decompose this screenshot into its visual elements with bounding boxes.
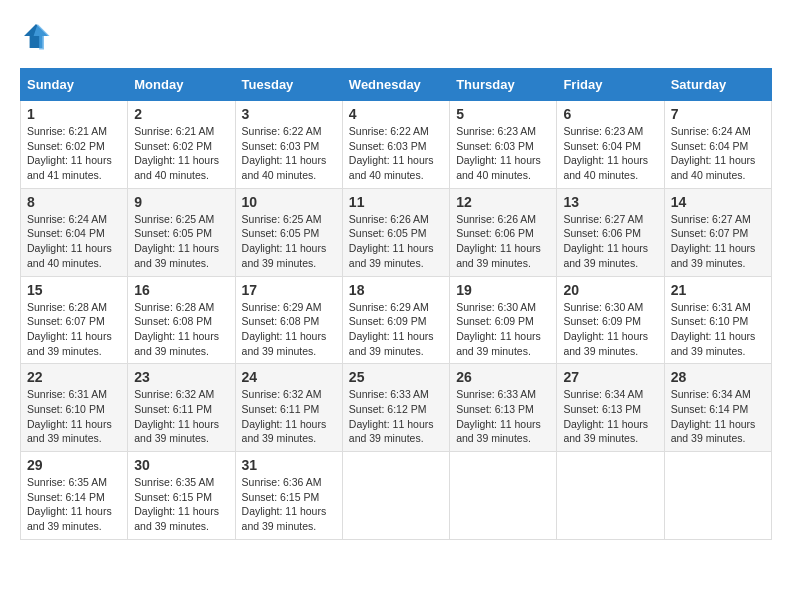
day-number: 14: [671, 194, 765, 210]
calendar-body: 1 Sunrise: 6:21 AMSunset: 6:02 PMDayligh…: [21, 101, 772, 540]
day-detail: Sunrise: 6:33 AMSunset: 6:13 PMDaylight:…: [456, 388, 541, 444]
day-number: 24: [242, 369, 336, 385]
day-number: 22: [27, 369, 121, 385]
day-number: 16: [134, 282, 228, 298]
day-cell-28: 28 Sunrise: 6:34 AMSunset: 6:14 PMDaylig…: [664, 364, 771, 452]
day-detail: Sunrise: 6:23 AMSunset: 6:03 PMDaylight:…: [456, 125, 541, 181]
week-row-1: 1 Sunrise: 6:21 AMSunset: 6:02 PMDayligh…: [21, 101, 772, 189]
week-row-5: 29 Sunrise: 6:35 AMSunset: 6:14 PMDaylig…: [21, 452, 772, 540]
day-cell-23: 23 Sunrise: 6:32 AMSunset: 6:11 PMDaylig…: [128, 364, 235, 452]
day-cell-2: 2 Sunrise: 6:21 AMSunset: 6:02 PMDayligh…: [128, 101, 235, 189]
day-cell-14: 14 Sunrise: 6:27 AMSunset: 6:07 PMDaylig…: [664, 188, 771, 276]
day-detail: Sunrise: 6:32 AMSunset: 6:11 PMDaylight:…: [134, 388, 219, 444]
empty-cell: [664, 452, 771, 540]
day-number: 27: [563, 369, 657, 385]
day-cell-8: 8 Sunrise: 6:24 AMSunset: 6:04 PMDayligh…: [21, 188, 128, 276]
day-number: 31: [242, 457, 336, 473]
day-detail: Sunrise: 6:31 AMSunset: 6:10 PMDaylight:…: [671, 301, 756, 357]
day-cell-12: 12 Sunrise: 6:26 AMSunset: 6:06 PMDaylig…: [450, 188, 557, 276]
header-row: SundayMondayTuesdayWednesdayThursdayFrid…: [21, 69, 772, 101]
day-cell-16: 16 Sunrise: 6:28 AMSunset: 6:08 PMDaylig…: [128, 276, 235, 364]
day-detail: Sunrise: 6:26 AMSunset: 6:05 PMDaylight:…: [349, 213, 434, 269]
week-row-3: 15 Sunrise: 6:28 AMSunset: 6:07 PMDaylig…: [21, 276, 772, 364]
day-detail: Sunrise: 6:24 AMSunset: 6:04 PMDaylight:…: [27, 213, 112, 269]
day-cell-29: 29 Sunrise: 6:35 AMSunset: 6:14 PMDaylig…: [21, 452, 128, 540]
day-detail: Sunrise: 6:26 AMSunset: 6:06 PMDaylight:…: [456, 213, 541, 269]
day-number: 7: [671, 106, 765, 122]
column-header-saturday: Saturday: [664, 69, 771, 101]
day-cell-6: 6 Sunrise: 6:23 AMSunset: 6:04 PMDayligh…: [557, 101, 664, 189]
column-header-wednesday: Wednesday: [342, 69, 449, 101]
day-cell-20: 20 Sunrise: 6:30 AMSunset: 6:09 PMDaylig…: [557, 276, 664, 364]
day-cell-27: 27 Sunrise: 6:34 AMSunset: 6:13 PMDaylig…: [557, 364, 664, 452]
day-number: 8: [27, 194, 121, 210]
calendar-table: SundayMondayTuesdayWednesdayThursdayFrid…: [20, 68, 772, 540]
day-detail: Sunrise: 6:34 AMSunset: 6:13 PMDaylight:…: [563, 388, 648, 444]
day-cell-26: 26 Sunrise: 6:33 AMSunset: 6:13 PMDaylig…: [450, 364, 557, 452]
day-number: 6: [563, 106, 657, 122]
day-detail: Sunrise: 6:27 AMSunset: 6:07 PMDaylight:…: [671, 213, 756, 269]
column-header-thursday: Thursday: [450, 69, 557, 101]
day-detail: Sunrise: 6:31 AMSunset: 6:10 PMDaylight:…: [27, 388, 112, 444]
day-number: 1: [27, 106, 121, 122]
day-detail: Sunrise: 6:32 AMSunset: 6:11 PMDaylight:…: [242, 388, 327, 444]
day-detail: Sunrise: 6:22 AMSunset: 6:03 PMDaylight:…: [242, 125, 327, 181]
day-detail: Sunrise: 6:25 AMSunset: 6:05 PMDaylight:…: [134, 213, 219, 269]
day-detail: Sunrise: 6:30 AMSunset: 6:09 PMDaylight:…: [456, 301, 541, 357]
day-number: 28: [671, 369, 765, 385]
calendar-header: SundayMondayTuesdayWednesdayThursdayFrid…: [21, 69, 772, 101]
day-cell-1: 1 Sunrise: 6:21 AMSunset: 6:02 PMDayligh…: [21, 101, 128, 189]
day-detail: Sunrise: 6:29 AMSunset: 6:09 PMDaylight:…: [349, 301, 434, 357]
column-header-monday: Monday: [128, 69, 235, 101]
day-number: 21: [671, 282, 765, 298]
day-number: 30: [134, 457, 228, 473]
day-number: 11: [349, 194, 443, 210]
day-cell-15: 15 Sunrise: 6:28 AMSunset: 6:07 PMDaylig…: [21, 276, 128, 364]
week-row-4: 22 Sunrise: 6:31 AMSunset: 6:10 PMDaylig…: [21, 364, 772, 452]
day-number: 10: [242, 194, 336, 210]
day-cell-24: 24 Sunrise: 6:32 AMSunset: 6:11 PMDaylig…: [235, 364, 342, 452]
day-detail: Sunrise: 6:21 AMSunset: 6:02 PMDaylight:…: [134, 125, 219, 181]
page-header: [20, 20, 772, 52]
day-detail: Sunrise: 6:36 AMSunset: 6:15 PMDaylight:…: [242, 476, 327, 532]
column-header-tuesday: Tuesday: [235, 69, 342, 101]
day-number: 2: [134, 106, 228, 122]
day-number: 13: [563, 194, 657, 210]
day-cell-30: 30 Sunrise: 6:35 AMSunset: 6:15 PMDaylig…: [128, 452, 235, 540]
day-cell-18: 18 Sunrise: 6:29 AMSunset: 6:09 PMDaylig…: [342, 276, 449, 364]
empty-cell: [342, 452, 449, 540]
day-number: 18: [349, 282, 443, 298]
day-number: 12: [456, 194, 550, 210]
day-cell-22: 22 Sunrise: 6:31 AMSunset: 6:10 PMDaylig…: [21, 364, 128, 452]
day-detail: Sunrise: 6:35 AMSunset: 6:15 PMDaylight:…: [134, 476, 219, 532]
week-row-2: 8 Sunrise: 6:24 AMSunset: 6:04 PMDayligh…: [21, 188, 772, 276]
day-cell-11: 11 Sunrise: 6:26 AMSunset: 6:05 PMDaylig…: [342, 188, 449, 276]
day-cell-9: 9 Sunrise: 6:25 AMSunset: 6:05 PMDayligh…: [128, 188, 235, 276]
day-number: 23: [134, 369, 228, 385]
empty-cell: [557, 452, 664, 540]
day-cell-7: 7 Sunrise: 6:24 AMSunset: 6:04 PMDayligh…: [664, 101, 771, 189]
day-cell-10: 10 Sunrise: 6:25 AMSunset: 6:05 PMDaylig…: [235, 188, 342, 276]
day-detail: Sunrise: 6:23 AMSunset: 6:04 PMDaylight:…: [563, 125, 648, 181]
day-cell-31: 31 Sunrise: 6:36 AMSunset: 6:15 PMDaylig…: [235, 452, 342, 540]
day-detail: Sunrise: 6:22 AMSunset: 6:03 PMDaylight:…: [349, 125, 434, 181]
day-detail: Sunrise: 6:28 AMSunset: 6:07 PMDaylight:…: [27, 301, 112, 357]
column-header-sunday: Sunday: [21, 69, 128, 101]
day-cell-25: 25 Sunrise: 6:33 AMSunset: 6:12 PMDaylig…: [342, 364, 449, 452]
day-detail: Sunrise: 6:33 AMSunset: 6:12 PMDaylight:…: [349, 388, 434, 444]
day-number: 4: [349, 106, 443, 122]
day-detail: Sunrise: 6:34 AMSunset: 6:14 PMDaylight:…: [671, 388, 756, 444]
logo: [20, 20, 56, 52]
day-number: 26: [456, 369, 550, 385]
day-cell-21: 21 Sunrise: 6:31 AMSunset: 6:10 PMDaylig…: [664, 276, 771, 364]
day-cell-4: 4 Sunrise: 6:22 AMSunset: 6:03 PMDayligh…: [342, 101, 449, 189]
day-number: 17: [242, 282, 336, 298]
day-detail: Sunrise: 6:35 AMSunset: 6:14 PMDaylight:…: [27, 476, 112, 532]
day-number: 20: [563, 282, 657, 298]
day-number: 25: [349, 369, 443, 385]
column-header-friday: Friday: [557, 69, 664, 101]
logo-icon: [20, 20, 52, 52]
day-cell-19: 19 Sunrise: 6:30 AMSunset: 6:09 PMDaylig…: [450, 276, 557, 364]
day-number: 5: [456, 106, 550, 122]
day-detail: Sunrise: 6:27 AMSunset: 6:06 PMDaylight:…: [563, 213, 648, 269]
